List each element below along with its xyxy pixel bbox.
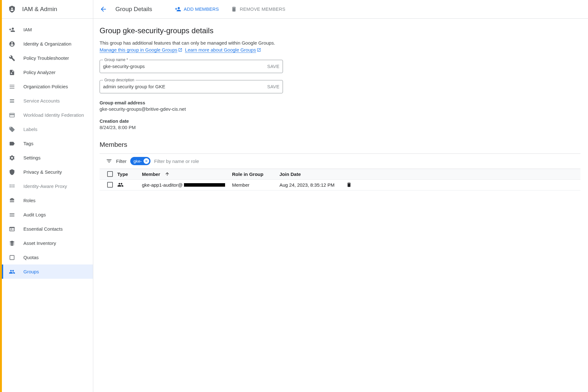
sort-asc-icon bbox=[165, 171, 170, 177]
sidebar-item-groups[interactable]: Groups bbox=[2, 264, 93, 279]
sidebar-item-policy-analyzer[interactable]: Policy Analyzer bbox=[2, 65, 93, 79]
table-header-row: Type Member Role in Group Join Date bbox=[100, 169, 580, 180]
sidebar-item-tags[interactable]: Tags bbox=[2, 136, 93, 151]
inventory-icon bbox=[8, 240, 16, 247]
sidebar-item-label: Identity & Organization bbox=[23, 41, 71, 47]
sidebar-item-workload-identity[interactable]: Workload Identity Federation bbox=[2, 108, 93, 122]
sidebar-item-label: Groups bbox=[23, 269, 39, 274]
members-section: Members Filter gke- Type Memb bbox=[100, 141, 580, 190]
group-name-input[interactable] bbox=[103, 64, 267, 69]
details-description: This group has additional features that … bbox=[100, 40, 277, 53]
sidebar-title: IAM & Admin bbox=[22, 6, 57, 13]
sidebar-item-label: Asset Inventory bbox=[23, 240, 56, 246]
sidebar-item-labels[interactable]: Labels bbox=[2, 122, 93, 136]
account-circle-icon bbox=[8, 40, 16, 48]
col-join-header[interactable]: Join Date bbox=[279, 171, 343, 177]
sidebar-item-label: Privacy & Security bbox=[23, 169, 62, 175]
filter-label: Filter bbox=[116, 159, 126, 164]
table-row: gke-app1-auditor@ Member Aug 24, 2023, 8… bbox=[100, 180, 580, 190]
add-members-button[interactable]: Add Members bbox=[172, 3, 222, 15]
sidebar-item-asset-inventory[interactable]: Asset Inventory bbox=[2, 236, 93, 250]
sidebar-item-settings[interactable]: Settings bbox=[2, 151, 93, 165]
members-heading: Members bbox=[100, 141, 580, 148]
sidebar-item-quotas[interactable]: Quotas bbox=[2, 250, 93, 264]
group-type-icon bbox=[117, 182, 124, 188]
filter-chip-text: gke- bbox=[133, 159, 142, 164]
member-cell: gke-app1-auditor@ bbox=[142, 182, 232, 188]
main-content: Group Details Add Members Remove Members… bbox=[93, 0, 588, 392]
col-type-header[interactable]: Type bbox=[117, 171, 142, 177]
filter-chip[interactable]: gke- bbox=[130, 157, 150, 165]
manage-group-link[interactable]: Manage this group in Google Groups bbox=[100, 47, 177, 53]
external-link-icon bbox=[257, 48, 261, 52]
details-heading: Group gke-security-groups details bbox=[100, 26, 580, 35]
group-desc-input[interactable] bbox=[103, 84, 267, 89]
sidebar-item-privacy-security[interactable]: Privacy & Security bbox=[2, 165, 93, 179]
creation-date-field: Creation date 8/24/23, 8:00 PM bbox=[100, 119, 580, 130]
iam-shield-icon bbox=[8, 5, 16, 13]
sidebar-item-label: Settings bbox=[23, 155, 40, 160]
page-title: Group Details bbox=[115, 6, 152, 13]
sidebar: IAM & Admin IAM Identity & Organization … bbox=[2, 0, 93, 392]
remove-members-button[interactable]: Remove Members bbox=[228, 3, 288, 15]
logs-icon bbox=[8, 211, 16, 219]
email-value: gke-security-groups@britive-gdev-cis.net bbox=[100, 106, 580, 112]
members-table: Type Member Role in Group Join Date bbox=[100, 169, 580, 190]
sidebar-item-iap[interactable]: Identity-Aware Proxy bbox=[2, 179, 93, 193]
trash-icon bbox=[231, 6, 237, 12]
wrench-icon bbox=[8, 54, 16, 62]
sidebar-item-label: Identity-Aware Proxy bbox=[23, 184, 67, 189]
quotas-icon bbox=[8, 254, 16, 261]
tag-icon bbox=[8, 126, 16, 133]
person-add-icon bbox=[175, 6, 181, 12]
group-name-field: Group name * SAVE bbox=[100, 60, 283, 73]
learn-more-link[interactable]: Learn more about Google Groups bbox=[185, 47, 256, 53]
gear-icon bbox=[8, 154, 16, 162]
sidebar-item-label: Service Accounts bbox=[23, 98, 60, 103]
sidebar-item-policy-troubleshooter[interactable]: Policy Troubleshooter bbox=[2, 51, 93, 65]
sidebar-item-roles[interactable]: Roles bbox=[2, 193, 93, 208]
sidebar-item-label: Audit Logs bbox=[23, 212, 46, 217]
filter-icon bbox=[106, 158, 112, 164]
back-button[interactable] bbox=[97, 3, 110, 16]
col-member-header[interactable]: Member bbox=[142, 171, 232, 177]
sidebar-item-org-policies[interactable]: Organization Policies bbox=[2, 79, 93, 94]
group-name-label: Group name * bbox=[103, 58, 129, 62]
filter-input[interactable] bbox=[154, 159, 578, 164]
creation-label: Creation date bbox=[100, 119, 580, 124]
arrow-back-icon bbox=[100, 5, 107, 13]
col-role-header[interactable]: Role in Group bbox=[232, 171, 279, 177]
shield-icon bbox=[8, 168, 16, 176]
filter-bar: Filter gke- bbox=[100, 153, 580, 169]
role-cell: Member bbox=[232, 182, 279, 188]
creation-value: 8/24/23, 8:00 PM bbox=[100, 125, 580, 130]
sidebar-item-label: Organization Policies bbox=[23, 84, 68, 89]
sidebar-item-iam[interactable]: IAM bbox=[2, 22, 93, 37]
chip-close-icon[interactable] bbox=[144, 158, 149, 164]
delete-row-button[interactable] bbox=[346, 182, 352, 188]
add-members-label: Add Members bbox=[184, 7, 219, 12]
sidebar-item-identity-org[interactable]: Identity & Organization bbox=[2, 37, 93, 51]
sidebar-item-label: Workload Identity Federation bbox=[23, 112, 84, 118]
sidebar-item-label: Labels bbox=[23, 127, 37, 132]
select-all-checkbox[interactable] bbox=[107, 171, 113, 177]
sidebar-item-label: Policy Analyzer bbox=[23, 70, 56, 75]
sidebar-header: IAM & Admin bbox=[2, 0, 93, 19]
sidebar-item-label: Quotas bbox=[23, 255, 39, 260]
list-icon bbox=[8, 83, 16, 90]
sidebar-item-label: Tags bbox=[23, 141, 34, 146]
card-icon bbox=[8, 111, 16, 119]
save-group-name-button[interactable]: SAVE bbox=[267, 64, 279, 69]
sidebar-item-audit-logs[interactable]: Audit Logs bbox=[2, 208, 93, 222]
contacts-icon bbox=[8, 225, 16, 233]
row-checkbox[interactable] bbox=[107, 182, 113, 188]
sidebar-item-label: Policy Troubleshooter bbox=[23, 55, 69, 61]
redacted-text bbox=[184, 183, 225, 187]
iap-icon bbox=[8, 183, 16, 190]
sidebar-item-essential-contacts[interactable]: Essential Contacts bbox=[2, 222, 93, 236]
sidebar-item-service-accounts[interactable]: Service Accounts bbox=[2, 94, 93, 108]
service-account-icon bbox=[8, 97, 16, 105]
email-label: Group email address bbox=[100, 100, 580, 105]
save-group-desc-button[interactable]: SAVE bbox=[267, 84, 279, 89]
roles-icon bbox=[8, 197, 16, 204]
